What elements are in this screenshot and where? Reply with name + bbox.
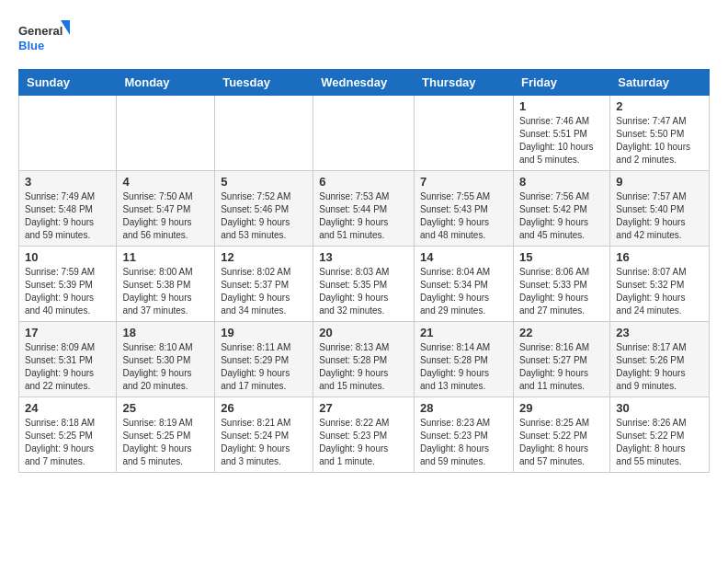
day-info: Sunrise: 8:22 AM Sunset: 5:23 PM Dayligh… (319, 417, 408, 468)
logo: General Blue (18, 18, 74, 60)
day-info: Sunrise: 8:25 AM Sunset: 5:22 PM Dayligh… (519, 417, 604, 468)
day-info: Sunrise: 8:13 AM Sunset: 5:28 PM Dayligh… (319, 341, 408, 393)
day-number: 2 (616, 99, 703, 113)
calendar-cell: 20Sunrise: 8:13 AM Sunset: 5:28 PM Dayli… (313, 322, 415, 397)
weekday-header: Friday (513, 70, 609, 96)
day-info: Sunrise: 8:16 AM Sunset: 5:27 PM Dayligh… (519, 341, 604, 393)
calendar-week-row: 24Sunrise: 8:18 AM Sunset: 5:25 PM Dayli… (19, 397, 710, 473)
page-header: General Blue (18, 18, 710, 60)
day-number: 30 (616, 401, 703, 415)
calendar-cell: 28Sunrise: 8:23 AM Sunset: 5:23 PM Dayli… (415, 397, 514, 473)
calendar-cell (313, 96, 415, 171)
day-info: Sunrise: 7:55 AM Sunset: 5:43 PM Dayligh… (420, 190, 507, 242)
day-info: Sunrise: 8:23 AM Sunset: 5:23 PM Dayligh… (420, 417, 507, 468)
day-number: 26 (221, 401, 307, 415)
day-number: 19 (221, 326, 307, 339)
weekday-header: Saturday (610, 70, 710, 96)
calendar-cell: 11Sunrise: 8:00 AM Sunset: 5:38 PM Dayli… (117, 247, 215, 322)
day-number: 4 (122, 175, 209, 189)
day-number: 27 (319, 401, 408, 415)
calendar-cell: 14Sunrise: 8:04 AM Sunset: 5:34 PM Dayli… (415, 247, 514, 322)
calendar-cell: 4Sunrise: 7:50 AM Sunset: 5:47 PM Daylig… (117, 171, 215, 247)
day-number: 29 (519, 401, 604, 415)
day-info: Sunrise: 8:07 AM Sunset: 5:32 PM Dayligh… (616, 266, 703, 317)
day-number: 15 (519, 250, 604, 264)
day-info: Sunrise: 7:53 AM Sunset: 5:44 PM Dayligh… (319, 190, 408, 242)
day-info: Sunrise: 8:09 AM Sunset: 5:31 PM Dayligh… (25, 341, 110, 393)
calendar-cell: 9Sunrise: 7:57 AM Sunset: 5:40 PM Daylig… (610, 171, 710, 247)
day-number: 14 (420, 250, 507, 264)
calendar-cell: 5Sunrise: 7:52 AM Sunset: 5:46 PM Daylig… (215, 171, 313, 247)
day-number: 21 (420, 326, 507, 339)
day-number: 3 (25, 175, 110, 189)
day-number: 5 (221, 175, 307, 189)
day-info: Sunrise: 8:10 AM Sunset: 5:30 PM Dayligh… (122, 341, 209, 393)
calendar-cell (415, 96, 514, 171)
calendar-cell: 16Sunrise: 8:07 AM Sunset: 5:32 PM Dayli… (610, 247, 710, 322)
calendar-week-row: 10Sunrise: 7:59 AM Sunset: 5:39 PM Dayli… (19, 247, 710, 322)
calendar-week-row: 3Sunrise: 7:49 AM Sunset: 5:48 PM Daylig… (19, 171, 710, 247)
day-number: 11 (122, 250, 209, 264)
calendar-cell: 22Sunrise: 8:16 AM Sunset: 5:27 PM Dayli… (513, 322, 609, 397)
calendar-cell: 19Sunrise: 8:11 AM Sunset: 5:29 PM Dayli… (215, 322, 313, 397)
day-info: Sunrise: 8:17 AM Sunset: 5:26 PM Dayligh… (616, 341, 703, 393)
calendar-cell: 29Sunrise: 8:25 AM Sunset: 5:22 PM Dayli… (513, 397, 609, 473)
day-number: 1 (519, 99, 604, 113)
calendar-cell (19, 96, 117, 171)
day-info: Sunrise: 7:57 AM Sunset: 5:40 PM Dayligh… (616, 190, 703, 242)
day-number: 22 (519, 326, 604, 339)
day-info: Sunrise: 8:04 AM Sunset: 5:34 PM Dayligh… (420, 266, 507, 317)
day-number: 10 (25, 250, 110, 264)
day-number: 25 (122, 401, 209, 415)
day-number: 16 (616, 250, 703, 264)
calendar-cell: 25Sunrise: 8:19 AM Sunset: 5:25 PM Dayli… (117, 397, 215, 473)
day-info: Sunrise: 8:19 AM Sunset: 5:25 PM Dayligh… (122, 417, 209, 468)
calendar-cell: 26Sunrise: 8:21 AM Sunset: 5:24 PM Dayli… (215, 397, 313, 473)
logo-svg: General Blue (18, 18, 74, 60)
day-info: Sunrise: 8:02 AM Sunset: 5:37 PM Dayligh… (221, 266, 307, 317)
day-info: Sunrise: 8:06 AM Sunset: 5:33 PM Dayligh… (519, 266, 604, 317)
calendar-cell: 30Sunrise: 8:26 AM Sunset: 5:22 PM Dayli… (610, 397, 710, 473)
calendar-cell: 7Sunrise: 7:55 AM Sunset: 5:43 PM Daylig… (415, 171, 514, 247)
day-number: 12 (221, 250, 307, 264)
day-number: 20 (319, 326, 408, 339)
calendar-cell: 10Sunrise: 7:59 AM Sunset: 5:39 PM Dayli… (19, 247, 117, 322)
day-info: Sunrise: 8:21 AM Sunset: 5:24 PM Dayligh… (221, 417, 307, 468)
day-number: 17 (25, 326, 110, 339)
calendar-cell: 24Sunrise: 8:18 AM Sunset: 5:25 PM Dayli… (19, 397, 117, 473)
day-info: Sunrise: 7:56 AM Sunset: 5:42 PM Dayligh… (519, 190, 604, 242)
day-number: 28 (420, 401, 507, 415)
day-number: 9 (616, 175, 703, 189)
day-info: Sunrise: 7:47 AM Sunset: 5:50 PM Dayligh… (616, 115, 703, 167)
calendar-cell: 13Sunrise: 8:03 AM Sunset: 5:35 PM Dayli… (313, 247, 415, 322)
day-number: 7 (420, 175, 507, 189)
calendar-week-row: 1Sunrise: 7:46 AM Sunset: 5:51 PM Daylig… (19, 96, 710, 171)
calendar-cell: 21Sunrise: 8:14 AM Sunset: 5:28 PM Dayli… (415, 322, 514, 397)
calendar: SundayMondayTuesdayWednesdayThursdayFrid… (18, 69, 710, 473)
calendar-cell: 3Sunrise: 7:49 AM Sunset: 5:48 PM Daylig… (19, 171, 117, 247)
day-info: Sunrise: 7:59 AM Sunset: 5:39 PM Dayligh… (25, 266, 110, 317)
calendar-cell (215, 96, 313, 171)
weekday-header: Wednesday (313, 70, 415, 96)
day-info: Sunrise: 7:49 AM Sunset: 5:48 PM Dayligh… (25, 190, 110, 242)
weekday-header: Sunday (19, 70, 117, 96)
calendar-cell: 6Sunrise: 7:53 AM Sunset: 5:44 PM Daylig… (313, 171, 415, 247)
calendar-cell: 23Sunrise: 8:17 AM Sunset: 5:26 PM Dayli… (610, 322, 710, 397)
day-number: 24 (25, 401, 110, 415)
weekday-header-row: SundayMondayTuesdayWednesdayThursdayFrid… (19, 70, 710, 96)
weekday-header: Thursday (415, 70, 514, 96)
calendar-week-row: 17Sunrise: 8:09 AM Sunset: 5:31 PM Dayli… (19, 322, 710, 397)
calendar-cell: 18Sunrise: 8:10 AM Sunset: 5:30 PM Dayli… (117, 322, 215, 397)
calendar-cell: 8Sunrise: 7:56 AM Sunset: 5:42 PM Daylig… (513, 171, 609, 247)
calendar-cell: 12Sunrise: 8:02 AM Sunset: 5:37 PM Dayli… (215, 247, 313, 322)
day-info: Sunrise: 7:52 AM Sunset: 5:46 PM Dayligh… (221, 190, 307, 242)
calendar-cell: 15Sunrise: 8:06 AM Sunset: 5:33 PM Dayli… (513, 247, 609, 322)
day-number: 13 (319, 250, 408, 264)
day-info: Sunrise: 8:18 AM Sunset: 5:25 PM Dayligh… (25, 417, 110, 468)
calendar-cell: 2Sunrise: 7:47 AM Sunset: 5:50 PM Daylig… (610, 96, 710, 171)
svg-text:General: General (18, 24, 63, 38)
calendar-cell: 27Sunrise: 8:22 AM Sunset: 5:23 PM Dayli… (313, 397, 415, 473)
weekday-header: Tuesday (215, 70, 313, 96)
calendar-cell (117, 96, 215, 171)
calendar-cell: 17Sunrise: 8:09 AM Sunset: 5:31 PM Dayli… (19, 322, 117, 397)
